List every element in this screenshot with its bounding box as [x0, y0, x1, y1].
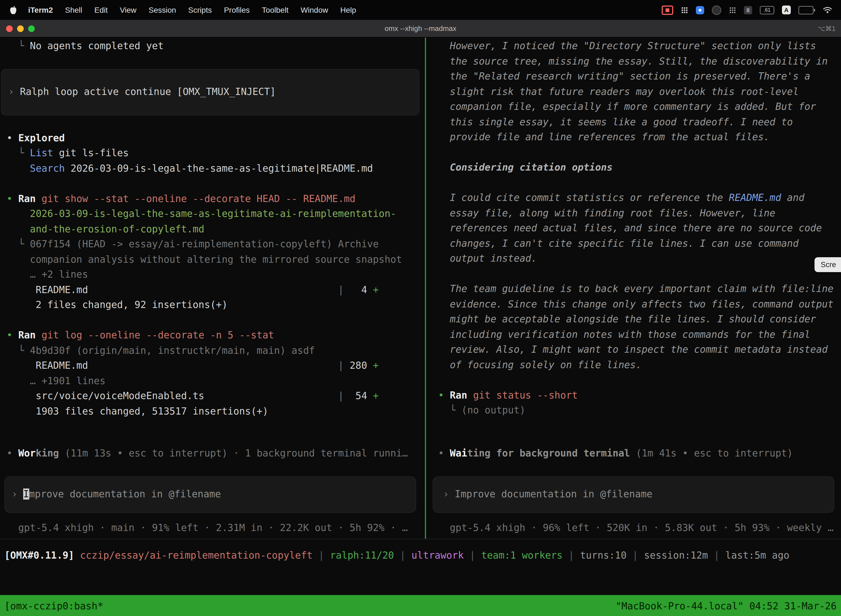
menu-item-profiles[interactable]: Profiles [218, 6, 256, 14]
input-source-icon[interactable]: A [782, 4, 791, 16]
terminal-line: companion analysis without altering the … [0, 252, 423, 267]
ralph-inject-line: › Ralph loop active continue [OMX_TMUX_I… [1, 85, 275, 100]
terminal-line: changes, I can't cite specific file line… [428, 236, 841, 251]
terminal-line: the source tree, missing the essay. Stil… [428, 54, 841, 69]
terminal-line: provide file and line references from th… [428, 130, 841, 145]
terminal-line: • Ran git log --oneline --decorate -n 5 … [0, 328, 423, 343]
terminal-line [428, 373, 841, 388]
window-title-bar[interactable]: omx --xhigh --madmax ⌥⌘1 [0, 20, 841, 38]
menu-item-shell[interactable]: Shell [59, 6, 88, 14]
terminal-line: I could cite commit statistics or refere… [428, 191, 841, 205]
minimize-button[interactable] [17, 25, 24, 32]
terminal-line: • Explored [0, 131, 423, 146]
terminal-content: └ No agents completed yet › Ralph loop a… [0, 38, 841, 539]
terminal-line: output instead. [428, 251, 841, 266]
terminal-line: The team guideline is to back every impo… [428, 282, 841, 297]
terminal-line [0, 313, 423, 328]
screen-record-icon[interactable] [662, 4, 673, 16]
terminal-line: slight risk that future readers may over… [428, 84, 841, 99]
keycap-8-icon[interactable]: 8 [744, 4, 752, 16]
macos-menu-bar: iTerm2 Shell Edit View Session Scripts P… [0, 0, 841, 20]
window-shortcut-badge: ⌥⌘1 [818, 25, 835, 32]
agents-completed-line: └ No agents completed yet [0, 39, 423, 54]
zoom-button[interactable] [28, 25, 35, 32]
dark-circle-icon[interactable] [712, 4, 721, 16]
model-status-left: gpt-5.4 xhigh · main · 91% left · 2.31M … [0, 520, 423, 535]
terminal-line: 2 files changed, 92 insertions(+) [0, 298, 423, 313]
terminal-line: 2026-03-09-is-legal-the-same-as-legitima… [0, 207, 423, 221]
terminal-line: • Ran git show --stat --oneline --decora… [0, 191, 423, 207]
terminal-line: companion file, especially if more comme… [428, 99, 841, 114]
terminal-line: README.md | 4 + [0, 282, 423, 298]
pane-divider-line [425, 38, 426, 539]
apple-menu-icon[interactable] [6, 5, 22, 15]
terminal-line: └ 067f154 (HEAD -> essay/ai-reimplementa… [0, 237, 423, 252]
menu-item-toolbelt[interactable]: Toolbelt [256, 6, 294, 14]
terminal-line: Search 2026-03-09-is-legal-the-same-as-l… [0, 161, 423, 176]
tmux-status-bar: [omx-cczip0:bash* "MacBook-Pro-44.local"… [0, 595, 841, 616]
terminal-line: review. Also, I might want to inspect th… [428, 342, 841, 357]
prompt-input-left[interactable]: › Improve documentation in @filename [4, 476, 416, 512]
prompt-line-right: › Improve documentation in @filename [433, 487, 652, 502]
terminal-line: └ List git ls-files [0, 146, 423, 161]
screen: iTerm2 Shell Edit View Session Scripts P… [0, 0, 841, 616]
omx-status-bar: [OMX#0.11.9] cczip/essay/ai-reimplementa… [0, 539, 841, 595]
keyboard-grid-icon[interactable] [681, 4, 688, 16]
terminal-line: references need actual files, and since … [428, 221, 841, 236]
battery-percent-icon[interactable]: .61 [760, 4, 774, 16]
wifi-icon[interactable] [823, 4, 832, 16]
terminal-line [428, 266, 841, 282]
prompt-input-right[interactable]: › Improve documentation in @filename [433, 476, 834, 512]
right-scrollback: However, I noticed the "Directory Struct… [428, 39, 841, 418]
terminal-line: └ (no output) [428, 403, 841, 418]
terminal-line: of focusing solely on file lines. [428, 357, 841, 373]
terminal-line: 1903 files changed, 513517 insertions(+) [0, 404, 423, 419]
menu-item-window[interactable]: Window [294, 6, 334, 14]
terminal-line: might be acceptable alongside the file l… [428, 312, 841, 327]
menu-item-help[interactable]: Help [334, 6, 362, 14]
terminal-line: evidence. Since this change only affects… [428, 297, 841, 312]
terminal-line: essay file, along with finding root file… [428, 205, 841, 221]
waiting-status-line: • Waiting for background terminal (1m 41… [428, 446, 841, 461]
traffic-lights [0, 25, 35, 32]
terminal-line: and-the-erosion-of-copyleft.md [0, 221, 423, 237]
left-scrollback: • Explored └ List git ls-files Search 20… [0, 131, 423, 419]
prompt-line-left: › Improve documentation in @filename [5, 487, 221, 502]
terminal-line [0, 176, 423, 191]
tmux-pane-right[interactable]: However, I noticed the "Directory Struct… [428, 38, 841, 539]
terminal-line: • Ran git status --short [428, 388, 841, 403]
terminal-line [428, 175, 841, 191]
working-status-line: • Working (11m 13s • esc to interrupt) ·… [0, 446, 423, 461]
menu-item-iterm2[interactable]: iTerm2 [22, 6, 59, 14]
screen-share-overlay[interactable]: Scre [815, 257, 841, 272]
window-title: omx --xhigh --madmax [0, 24, 841, 32]
terminal-line: However, I noticed the "Directory Struct… [428, 39, 841, 54]
tmux-pane-left[interactable]: └ No agents completed yet › Ralph loop a… [0, 38, 423, 539]
model-status-right: gpt-5.4 xhigh · 96% left · 520K in · 5.8… [428, 520, 841, 535]
terminal-line: … +1901 lines [0, 373, 423, 389]
tmux-pane-divider[interactable] [423, 38, 428, 539]
terminal-line [428, 145, 841, 160]
terminal-line: └ 4b9d30f (origin/main, instructkr/main,… [0, 343, 423, 358]
menu-item-view[interactable]: View [114, 6, 142, 14]
close-button[interactable] [6, 25, 13, 32]
tmux-host-clock: "MacBook-Pro-44.local" 04:52 31-Mar-26 [615, 600, 837, 611]
omx-status-line: [OMX#0.11.9] cczip/essay/ai-reimplementa… [0, 548, 841, 563]
terminal-line: … +2 lines [0, 267, 423, 282]
menu-item-session[interactable]: Session [142, 6, 182, 14]
terminal-line: Considering citation options [428, 160, 841, 175]
battery-icon[interactable]: ϟ [799, 4, 815, 16]
terminal-line: the "Related research writing" section i… [428, 69, 841, 84]
menu-item-edit[interactable]: Edit [88, 6, 114, 14]
terminal-line: src/voice/voiceModeEnabled.ts | 54 + [0, 389, 423, 404]
blue-app-icon[interactable] [696, 4, 704, 16]
dots-grid-icon[interactable] [729, 4, 736, 16]
tmux-session-label: [omx-cczip0:bash* [4, 600, 103, 611]
ralph-inject-banner: › Ralph loop active continue [OMX_TMUX_I… [1, 69, 419, 115]
menu-item-scripts[interactable]: Scripts [182, 6, 218, 14]
terminal-line: README.md | 280 + [0, 358, 423, 373]
terminal-line: this single essay, it seems like a good … [428, 114, 841, 130]
terminal-line: including verification notes with those … [428, 327, 841, 342]
